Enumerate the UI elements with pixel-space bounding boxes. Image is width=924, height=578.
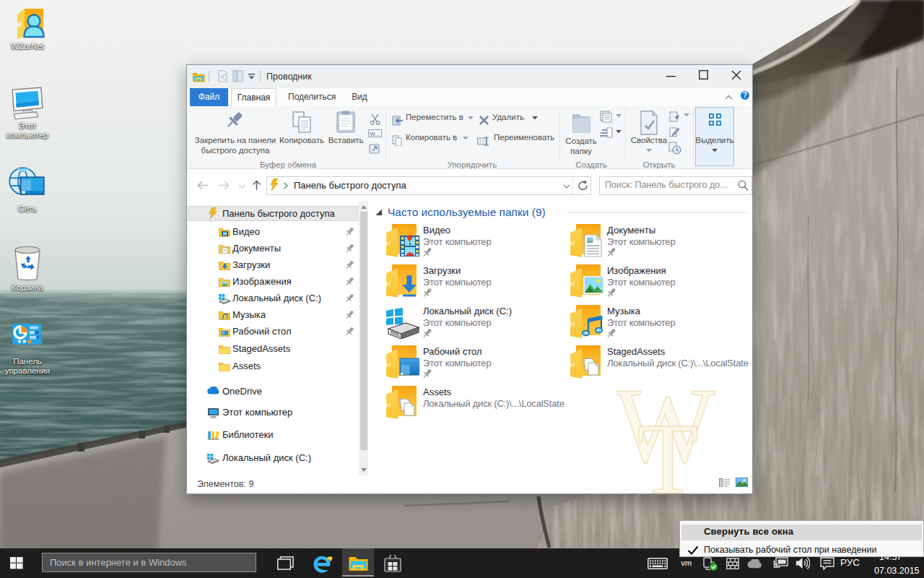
svg-text:W...: W...: [370, 131, 380, 137]
